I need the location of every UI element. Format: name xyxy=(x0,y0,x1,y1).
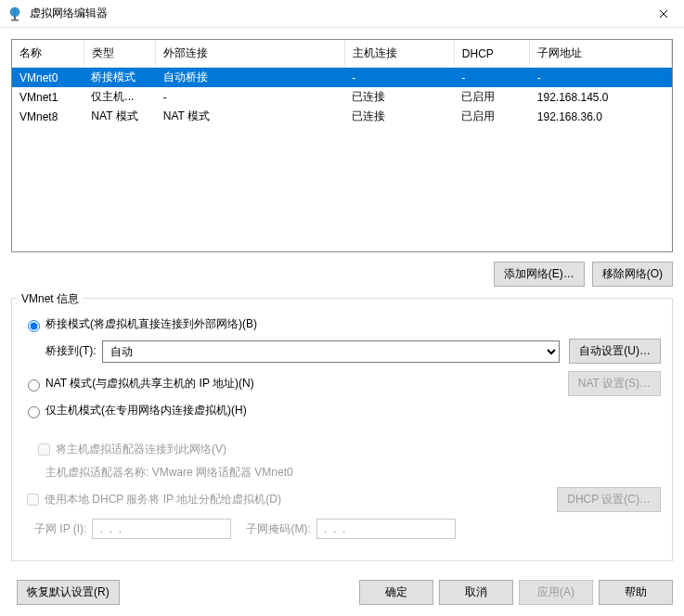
hostonly-label: 仅主机模式(在专用网络内连接虚拟机)(H) xyxy=(45,403,247,418)
close-icon[interactable] xyxy=(651,5,677,23)
subnet-mask-label: 子网掩码(M): xyxy=(246,521,310,537)
table-cell: - xyxy=(530,68,672,88)
table-cell: - xyxy=(156,87,345,107)
table-cell: 192.168.36.0 xyxy=(530,107,672,126)
table-cell: 已启用 xyxy=(454,107,529,126)
ok-button[interactable]: 确定 xyxy=(359,580,433,605)
connect-adapter-checkbox xyxy=(38,443,50,456)
table-cell: 已连接 xyxy=(344,87,454,107)
nat-radio[interactable] xyxy=(28,379,40,391)
nat-settings-button: NAT 设置(S)… xyxy=(568,371,661,396)
table-cell: 已启用 xyxy=(454,87,529,107)
adapter-name-text: 主机虚拟适配器名称: VMware 网络适配器 VMnet0 xyxy=(45,465,293,481)
dhcp-checkbox xyxy=(27,494,39,506)
table-cell: 已连接 xyxy=(344,107,454,126)
subnet-ip-input xyxy=(92,519,231,539)
nat-label: NAT 模式(与虚拟机共享主机的 IP 地址)(N) xyxy=(45,376,254,391)
table-cell: - xyxy=(344,68,454,88)
restore-defaults-button[interactable]: 恢复默认设置(R) xyxy=(17,580,120,605)
apply-button: 应用(A) xyxy=(519,580,593,605)
table-cell: VMnet1 xyxy=(12,87,84,107)
table-row[interactable]: VMnet1仅主机...-已连接已启用192.168.145.0 xyxy=(12,87,672,107)
app-icon xyxy=(7,6,22,21)
subnet-ip-label: 子网 IP (I): xyxy=(34,521,86,537)
titlebar: 虚拟网络编辑器 xyxy=(0,0,684,28)
table-cell: VMnet8 xyxy=(12,107,84,126)
hostonly-radio[interactable] xyxy=(28,406,40,418)
vmnet-info-group: VMnet 信息 桥接模式(将虚拟机直接连接到外部网络)(B) 桥接到(T): … xyxy=(11,298,673,561)
table-cell: 自动桥接 xyxy=(156,68,345,88)
table-cell: 192.168.145.0 xyxy=(530,87,672,107)
table-cell: VMnet0 xyxy=(12,68,84,88)
svg-rect-1 xyxy=(14,17,16,19)
column-header[interactable]: 名称 xyxy=(12,40,84,68)
content-area: 名称类型外部连接主机连接DHCP子网地址 VMnet0桥接模式自动桥接---VM… xyxy=(0,28,684,572)
bridged-to-label: 桥接到(T): xyxy=(45,343,97,359)
connect-adapter-label: 将主机虚拟适配器连接到此网络(V) xyxy=(56,442,226,457)
auto-settings-button[interactable]: 自动设置(U)… xyxy=(569,339,661,364)
subnet-mask-input xyxy=(316,519,456,539)
remove-network-button[interactable]: 移除网络(O) xyxy=(592,262,673,287)
column-header[interactable]: 主机连接 xyxy=(344,40,454,68)
network-table[interactable]: 名称类型外部连接主机连接DHCP子网地址 VMnet0桥接模式自动桥接---VM… xyxy=(11,39,673,252)
group-legend: VMnet 信息 xyxy=(18,291,83,307)
table-row[interactable]: VMnet8NAT 模式NAT 模式已连接已启用192.168.36.0 xyxy=(12,107,672,126)
bridged-radio[interactable] xyxy=(28,320,40,332)
table-cell: - xyxy=(454,68,529,88)
dhcp-label: 使用本地 DHCP 服务将 IP 地址分配给虚拟机(D) xyxy=(45,492,281,507)
table-cell: 仅主机... xyxy=(84,87,155,107)
table-cell: NAT 模式 xyxy=(156,107,345,126)
window-title: 虚拟网络编辑器 xyxy=(30,6,651,21)
svg-rect-2 xyxy=(11,19,19,21)
column-header[interactable]: 子网地址 xyxy=(530,40,672,68)
column-header[interactable]: DHCP xyxy=(454,40,529,68)
bridged-to-select[interactable]: 自动 xyxy=(102,340,561,363)
table-cell: 桥接模式 xyxy=(84,68,155,88)
table-cell: NAT 模式 xyxy=(84,107,155,126)
column-header[interactable]: 外部连接 xyxy=(156,40,345,68)
column-header[interactable]: 类型 xyxy=(84,40,155,68)
bottom-button-bar: 恢复默认设置(R) 确定 取消 应用(A) 帮助 xyxy=(11,580,673,605)
add-network-button[interactable]: 添加网络(E)… xyxy=(494,262,585,287)
help-button[interactable]: 帮助 xyxy=(599,580,673,605)
cancel-button[interactable]: 取消 xyxy=(439,580,513,605)
table-row[interactable]: VMnet0桥接模式自动桥接--- xyxy=(12,68,672,88)
bridged-label: 桥接模式(将虚拟机直接连接到外部网络)(B) xyxy=(45,316,257,332)
dhcp-settings-button: DHCP 设置(C)… xyxy=(557,487,661,512)
